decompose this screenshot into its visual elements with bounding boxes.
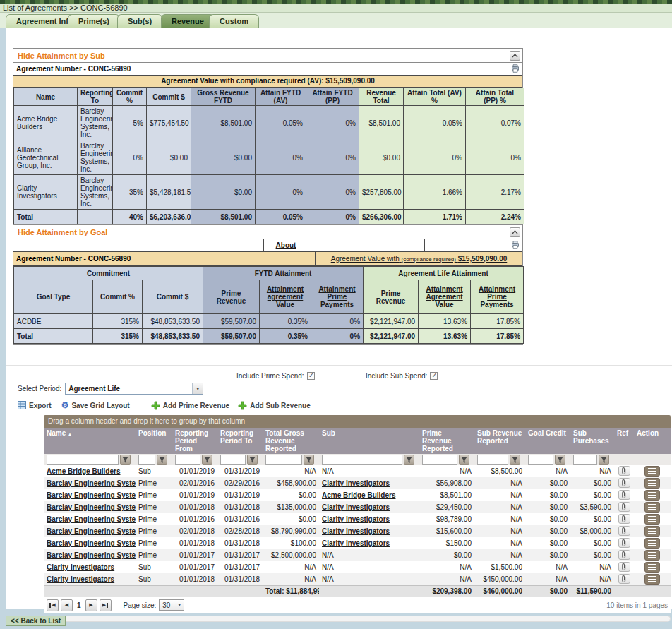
filter-input-sub-revenue[interactable] <box>477 455 508 465</box>
attachment-button[interactable] <box>618 478 630 488</box>
filter-funnel-icon[interactable] <box>202 455 212 465</box>
row-action-menu-button[interactable] <box>644 526 660 537</box>
sub-link[interactable]: Clarity Investigators <box>322 527 390 535</box>
attainment-agreement-value-link[interactable]: Attainment Agreement Value <box>426 285 462 308</box>
include-sub-spend-checkbox[interactable] <box>430 372 438 380</box>
filter-funnel-icon[interactable] <box>555 455 565 465</box>
attainment-by-goal-title[interactable]: Hide Attainment by Goal <box>18 228 107 236</box>
about-link[interactable]: About <box>276 241 296 249</box>
sub-link[interactable]: Clarity Investigators <box>322 479 390 487</box>
filter-funnel-icon[interactable] <box>599 455 609 465</box>
vendor-name-link[interactable]: Clarity Investigators <box>47 563 114 571</box>
filter-input-to[interactable] <box>220 455 246 465</box>
group-by-hint-bar[interactable]: Drag a column header and drop it here to… <box>44 415 671 428</box>
tab-custom[interactable]: Custom <box>209 14 259 28</box>
add-prime-revenue-button[interactable]: Add Prime Revenue <box>151 401 229 410</box>
vendor-name-link[interactable]: Acme Bridge Builders <box>47 467 120 475</box>
row-action-menu-button[interactable] <box>644 490 660 501</box>
filter-input-sub[interactable] <box>322 455 402 465</box>
row-action-menu-button[interactable] <box>644 538 660 549</box>
filter-funnel-icon[interactable] <box>120 455 131 465</box>
filter-input-total-gross[interactable] <box>265 455 302 465</box>
attachment-button[interactable] <box>618 526 630 536</box>
back-to-list-button[interactable]: << Back to List <box>6 616 66 626</box>
collapse-icon[interactable] <box>510 51 520 61</box>
attainment-prime-payments-link[interactable]: Attainment Prime Payments <box>318 285 355 308</box>
agreement-value-link[interactable]: Agreement Value with (compliance require… <box>331 255 508 263</box>
row-action-menu-button[interactable] <box>644 550 660 561</box>
column-header-sub[interactable]: Sub <box>319 428 419 454</box>
previous-page-button[interactable]: ◀ <box>61 599 73 611</box>
filter-funnel-icon[interactable] <box>304 455 314 465</box>
sub-link[interactable]: Acme Bridge Builders <box>322 491 395 499</box>
column-header-total-gross-revenue[interactable]: Total Gross Revenue Reported <box>263 428 319 454</box>
horizontal-scrollbar[interactable] <box>44 616 671 622</box>
first-page-button[interactable]: ◀ <box>47 599 59 611</box>
vendor-name-link[interactable]: Barclay Engineering Systems, Inc. <box>47 539 136 547</box>
attachment-button[interactable] <box>618 574 630 584</box>
save-grid-layout-button[interactable]: ⚙ Save Grid Layout <box>61 401 130 409</box>
sub-link[interactable]: Clarity Investigators <box>322 515 390 523</box>
column-header-position[interactable]: Position <box>136 428 172 454</box>
current-page-number[interactable]: 1 <box>77 601 81 609</box>
fytd-attainment-link[interactable]: FYTD Attainment <box>255 270 312 277</box>
filter-funnel-icon[interactable] <box>157 455 167 465</box>
filter-input-goal-credit[interactable] <box>528 455 553 465</box>
row-action-menu-button[interactable] <box>644 562 660 573</box>
vendor-name-link[interactable]: Barclay Engineering Systems, Inc. <box>47 503 136 511</box>
print-icon[interactable] <box>511 241 520 251</box>
select-period-dropdown[interactable]: Agreement Life ▼ <box>65 383 203 395</box>
vendor-name-link[interactable]: Barclay Engineering Systems, Inc. <box>47 551 136 559</box>
sub-link[interactable]: Clarity Investigators <box>322 539 390 547</box>
next-page-button[interactable]: ▶ <box>85 599 97 611</box>
print-icon[interactable] <box>511 63 520 76</box>
column-header-name[interactable]: Name ▲ <box>44 428 136 454</box>
column-header-sub-purchases[interactable]: Sub Purchases <box>570 428 614 454</box>
filter-funnel-icon[interactable] <box>459 455 469 465</box>
tab-subs[interactable]: Sub(s) <box>117 14 162 28</box>
column-header-goal-credit[interactable]: Goal Credit <box>525 428 570 454</box>
vendor-name-link[interactable]: Barclay Engineering Systems, Inc. <box>47 491 136 499</box>
filter-funnel-icon[interactable] <box>510 455 520 465</box>
attachment-button[interactable] <box>618 490 630 500</box>
vendor-name-link[interactable]: Barclay Engineering Systems, Inc. <box>47 515 136 523</box>
row-action-menu-button[interactable] <box>644 514 660 525</box>
filter-input-from[interactable] <box>175 455 200 465</box>
filter-input-position[interactable] <box>138 455 155 465</box>
row-action-menu-button[interactable] <box>644 478 660 489</box>
filter-input-sub-purchases[interactable] <box>573 455 597 465</box>
attachment-button[interactable] <box>618 550 630 560</box>
attachment-button[interactable] <box>618 562 630 572</box>
include-prime-spend-checkbox[interactable] <box>307 372 315 380</box>
page-size-dropdown[interactable]: 30 ▼ <box>159 599 184 611</box>
column-header-sub-revenue-reported[interactable]: Sub Revenue Reported <box>474 428 525 454</box>
filter-input-prime-revenue[interactable] <box>422 455 457 465</box>
collapse-icon[interactable] <box>510 227 520 237</box>
filter-input-name[interactable] <box>47 455 119 465</box>
last-page-button[interactable]: ▶ <box>100 599 112 611</box>
filter-funnel-icon[interactable] <box>404 455 414 465</box>
vendor-name-link[interactable]: Barclay Engineering Systems, Inc. <box>47 527 136 535</box>
add-sub-revenue-button[interactable]: Add Sub Revenue <box>238 401 311 410</box>
filter-funnel-icon[interactable] <box>247 455 258 465</box>
attainment-prime-payments-link[interactable]: Attainment Prime Payments <box>479 285 515 308</box>
column-header-reporting-period-to[interactable]: Reporting Period To <box>217 428 263 454</box>
attachment-button[interactable] <box>618 466 630 476</box>
row-action-menu-button[interactable] <box>644 574 660 585</box>
attachment-button[interactable] <box>618 538 630 548</box>
row-action-menu-button[interactable] <box>644 466 660 477</box>
attachment-button[interactable] <box>618 514 630 524</box>
row-action-menu-button[interactable] <box>644 502 660 513</box>
column-header-reporting-period-from[interactable]: Reporting Period From <box>172 428 217 454</box>
tab-primes[interactable]: Prime(s) <box>68 14 120 28</box>
sub-link[interactable]: Clarity Investigators <box>322 503 390 511</box>
vendor-name-link[interactable]: Clarity Investigators <box>47 575 114 583</box>
export-button[interactable]: Export <box>18 401 52 409</box>
column-header-prime-revenue-reported[interactable]: Prime Revenue Reported <box>419 428 474 454</box>
attainment-by-sub-title[interactable]: Hide Attainment by Sub <box>18 52 105 60</box>
attachment-button[interactable] <box>618 502 630 512</box>
vendor-name-link[interactable]: Barclay Engineering Systems, Inc. <box>47 479 136 487</box>
agreement-life-attainment-link[interactable]: Agreement Life Attainment <box>398 270 488 277</box>
attainment-agreement-value-link[interactable]: Attainment agreement Value <box>267 285 304 308</box>
tab-revenue[interactable]: Revenue <box>161 14 215 28</box>
